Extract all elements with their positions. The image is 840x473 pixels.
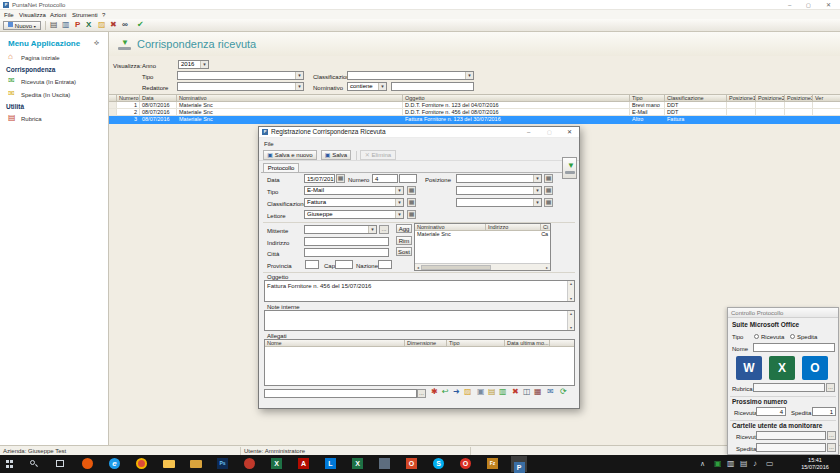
col-posizione2[interactable]: Posizione2	[756, 95, 785, 101]
scroll-down-icon[interactable]: ▾	[568, 325, 574, 330]
taskbar-folder-icon[interactable]	[190, 460, 202, 468]
taskbar-excel2-icon[interactable]: X	[352, 458, 363, 469]
preview-icon[interactable]: ◫	[523, 388, 531, 396]
taskbar-app-red2-icon[interactable]: O	[460, 458, 471, 469]
rim-button[interactable]: Rim	[396, 236, 412, 245]
tray-network-icon[interactable]: ▤	[740, 459, 748, 468]
grid-lookup-icon[interactable]: ▦	[407, 210, 416, 219]
allegati-col-tipo[interactable]: Tipo	[447, 340, 505, 346]
col-data[interactable]: Data	[140, 95, 177, 101]
add-icon[interactable]: ✱	[431, 388, 438, 396]
cap-input[interactable]	[335, 260, 353, 269]
menu-visualizza[interactable]: Visualizza	[19, 11, 46, 19]
col-ver[interactable]: Ver	[813, 95, 840, 101]
menu-help[interactable]: ?	[102, 11, 105, 19]
tray-volume-icon[interactable]: ♪	[753, 459, 757, 468]
search-icon[interactable]	[30, 460, 38, 468]
indirizzo-input[interactable]	[304, 237, 389, 246]
table-row-selected[interactable]: 3 08/07/2016 Materiale Snc Fattura Forni…	[109, 116, 840, 124]
calendar-icon[interactable]: ▦	[336, 174, 345, 183]
oggetto-textarea[interactable]: Fattura Fornitore n. 456 del 15/07/2016 …	[264, 280, 575, 302]
hscrollbar[interactable]: ◂ ▸	[415, 263, 550, 270]
ricevi-button[interactable]: ▼	[562, 157, 577, 179]
mittente-list-row[interactable]: Materiale Snc Ca	[415, 231, 550, 238]
dialog-titlebar[interactable]: P Registrazione Corrispondenza Ricevuta …	[259, 127, 579, 138]
taskbar-filezilla-icon[interactable]: Fz	[487, 458, 498, 469]
taskbar-app-gray-icon[interactable]	[379, 458, 390, 469]
classificazione-filter-select[interactable]: ▾	[347, 71, 474, 80]
sidebar-item-pagina-iniziale[interactable]: ⌂ Pagina iniziale	[8, 53, 106, 63]
tab-protocollo[interactable]: Protocollo	[263, 163, 299, 172]
app-minimize-button[interactable]: –	[788, 1, 791, 9]
refresh-icon[interactable]: ⟳	[560, 388, 567, 396]
cu-spedita-input[interactable]	[756, 443, 826, 452]
pn-spedita-input[interactable]: 1	[812, 407, 836, 416]
scroll-down-icon[interactable]: ▾	[568, 296, 574, 301]
tray-expand-icon[interactable]: ∧	[700, 460, 705, 468]
export-icon[interactable]: ▥	[499, 388, 507, 396]
salva-button[interactable]: ▣ Salva	[321, 150, 351, 160]
dialog-maximize-button[interactable]: ▢	[547, 128, 552, 136]
mittente-col-citta[interactable]: Ci	[541, 224, 550, 230]
confirm-icon[interactable]: ✔	[137, 21, 144, 29]
tray-action-center-icon[interactable]: ▭	[766, 459, 774, 468]
data-input[interactable]: 15/07/2016	[304, 174, 335, 183]
sost-button[interactable]: Sost	[396, 247, 412, 256]
dialog-menu-file[interactable]: File	[264, 140, 274, 148]
find-icon[interactable]: ∞	[122, 21, 128, 29]
delete-icon[interactable]: ✖	[512, 388, 519, 396]
taskbar-chrome-icon[interactable]	[136, 458, 147, 469]
open-folder-icon[interactable]: ▨	[98, 21, 106, 29]
delete-icon[interactable]: ✖	[110, 21, 117, 29]
citta-input[interactable]	[304, 248, 389, 257]
taskbar-ie-icon[interactable]: e	[109, 458, 120, 469]
spedita-radio-label[interactable]: Spedita	[797, 333, 817, 341]
col-numero[interactable]: Numero	[117, 95, 140, 101]
table-row[interactable]: 2 08/07/2016 Materiale Snc D.D.T. Fornit…	[109, 109, 840, 116]
nuovo-button[interactable]: Nuovo ▾	[3, 21, 41, 30]
app-maximize-button[interactable]: ▢	[806, 1, 811, 9]
tray-antivirus-icon[interactable]: ▣	[714, 459, 722, 468]
print-icon[interactable]: ▦	[534, 388, 542, 396]
sidebar-item-rubrica[interactable]: ▤ Rubrica	[8, 114, 106, 124]
menu-file[interactable]: File	[4, 11, 14, 19]
grid-lookup-icon[interactable]: ▦	[544, 198, 553, 207]
note-interne-textarea[interactable]: ▴▾	[264, 310, 575, 331]
cu-ricevuta-input[interactable]	[756, 431, 826, 440]
panel-titlebar[interactable]: Controllo Protocollo	[728, 308, 838, 318]
posizione2-select[interactable]: ▾	[456, 186, 542, 195]
outlook-icon[interactable]: O	[802, 356, 828, 380]
spedita-radio[interactable]	[790, 334, 795, 339]
classificazione-select[interactable]: Fattura▾	[304, 198, 404, 207]
app-close-button[interactable]: ✕	[826, 1, 831, 9]
dialog-minimize-button[interactable]: –	[527, 128, 530, 136]
taskbar-app-red-icon[interactable]	[244, 458, 255, 469]
import-icon[interactable]: ➜	[453, 388, 460, 396]
word-icon[interactable]: W	[736, 356, 762, 380]
numero-input[interactable]: 4	[372, 174, 398, 183]
task-view-icon[interactable]	[56, 460, 64, 467]
allegati-path-input[interactable]	[264, 389, 417, 398]
grid-lookup-icon[interactable]: ▦	[407, 198, 416, 207]
export-excel-icon[interactable]: X	[86, 21, 91, 29]
print-icon[interactable]: ▤	[50, 21, 58, 29]
taskbar-puntanet-icon[interactable]: P	[511, 456, 527, 472]
tray-display-icon[interactable]: ▥	[727, 459, 735, 468]
tipo-select[interactable]: E-Mail▾	[304, 186, 404, 195]
posizione3-select[interactable]: ▾	[456, 198, 542, 207]
allegati-browse-button[interactable]: ...	[417, 389, 426, 398]
allegati-col-data-ultima[interactable]: Data ultima mo...	[505, 340, 550, 346]
excel-icon[interactable]: X	[769, 356, 795, 380]
cu-ricevuta-browse-button[interactable]: ...	[827, 431, 836, 440]
mittente-col-indirizzo[interactable]: Indirizzo	[486, 224, 541, 230]
taskbar-photoshop-icon[interactable]: Ps	[217, 458, 228, 469]
table-row[interactable]: 1 08/07/2016 Materiale Snc D.D.T. Fornit…	[109, 102, 840, 109]
col-posizione3[interactable]: Posizione3	[785, 95, 813, 101]
taskbar-excel-icon[interactable]: X	[271, 458, 282, 469]
salva-e-nuovo-button[interactable]: ▣ Salva e nuovo	[263, 150, 317, 160]
allegati-col-dimensione[interactable]: Dimensione	[405, 340, 447, 346]
taskbar-explorer-icon[interactable]	[163, 460, 175, 468]
pn-ricevuta-input[interactable]: 4	[756, 407, 786, 416]
provincia-input[interactable]	[305, 260, 319, 269]
grid-lookup-icon[interactable]: ▦	[544, 174, 553, 183]
